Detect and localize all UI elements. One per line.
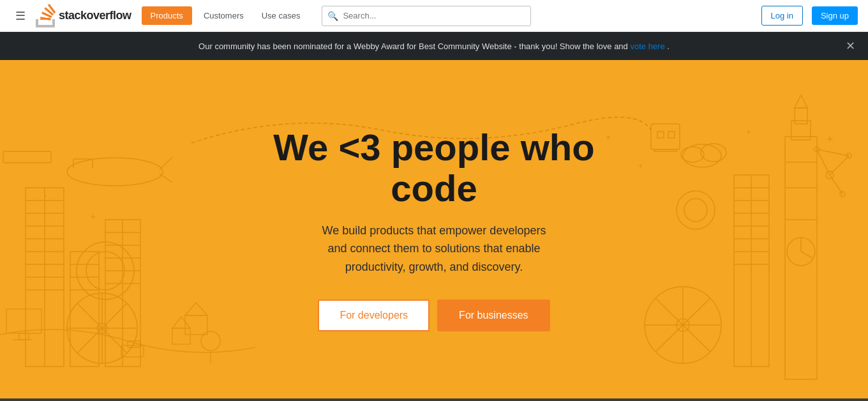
svg-line-60: [655, 298, 710, 352]
svg-point-21: [67, 293, 137, 363]
svg-point-61: [826, 171, 834, 179]
svg-rect-37: [791, 121, 811, 140]
svg-point-63: [814, 147, 819, 152]
svg-point-28: [86, 252, 124, 290]
svg-point-40: [787, 238, 815, 266]
logo-text: stackoverflow: [59, 9, 131, 22]
signup-button[interactable]: Sign up: [812, 6, 858, 25]
svg-point-62: [846, 153, 851, 158]
svg-rect-78: [121, 345, 144, 357]
svg-line-68: [817, 149, 849, 156]
products-button[interactable]: Products: [142, 6, 192, 25]
svg-text:*: *: [747, 128, 751, 139]
svg-point-73: [683, 144, 721, 167]
svg-point-75: [681, 147, 704, 162]
svg-point-74: [701, 144, 726, 162]
announcement-close-button[interactable]: ✕: [846, 39, 855, 53]
svg-rect-14: [105, 220, 140, 367]
svg-rect-46: [734, 175, 769, 367]
svg-rect-71: [668, 132, 675, 138]
search-container: 🔍: [322, 6, 531, 26]
svg-rect-80: [185, 315, 207, 335]
svg-rect-79: [128, 341, 140, 347]
svg-line-59: [655, 298, 710, 352]
announcement-banner: Our community has been nominated for a W…: [0, 32, 868, 60]
hamburger-icon[interactable]: ☰: [10, 6, 31, 26]
svg-line-67: [830, 175, 842, 194]
svg-line-25: [77, 303, 127, 353]
logo-icon: [36, 4, 56, 27]
svg-point-64: [840, 192, 845, 197]
svg-line-33: [160, 157, 172, 170]
svg-text:*: *: [606, 134, 610, 145]
svg-line-42: [801, 252, 812, 258]
svg-point-77: [684, 199, 707, 222]
svg-text:+: +: [91, 211, 96, 222]
svg-point-55: [645, 287, 721, 363]
vote-here-link[interactable]: vote here: [630, 42, 664, 51]
svg-text:•: •: [45, 193, 47, 199]
hero-section: + * • + + * We <3 people who code We bui…: [0, 60, 868, 398]
search-input[interactable]: [322, 6, 531, 26]
cookie-banner: By using our site, you acknowledge that …: [0, 398, 868, 401]
svg-rect-10: [70, 252, 99, 367]
svg-rect-69: [651, 124, 680, 149]
navbar: ☰ stackoverflow Products Customers Use c…: [0, 0, 868, 32]
svg-marker-81: [185, 303, 207, 315]
svg-point-84: [201, 331, 220, 351]
hero-title: We <3 people who code: [268, 127, 600, 209]
use-cases-nav-link[interactable]: Use cases: [255, 11, 307, 20]
svg-marker-83: [172, 317, 190, 328]
announcement-text: Our community has been nominated for a W…: [198, 42, 670, 51]
hero-subtitle: We build products that empower developer…: [268, 222, 600, 276]
svg-line-66: [817, 149, 830, 175]
for-developers-button[interactable]: For developers: [318, 299, 430, 331]
svg-point-29: [67, 158, 163, 186]
svg-marker-39: [795, 95, 807, 108]
svg-text:+: +: [827, 133, 834, 146]
login-button[interactable]: Log in: [761, 6, 803, 26]
svg-rect-82: [172, 328, 190, 344]
svg-line-65: [830, 156, 849, 175]
svg-point-56: [677, 319, 689, 331]
svg-line-26: [77, 303, 127, 353]
svg-point-76: [677, 191, 715, 229]
svg-text:+: +: [638, 162, 643, 170]
svg-rect-35: [3, 151, 51, 163]
site-logo[interactable]: stackoverflow: [36, 4, 131, 27]
svg-rect-36: [785, 137, 817, 379]
svg-rect-86: [6, 309, 41, 333]
search-icon: 🔍: [327, 11, 338, 21]
for-businesses-button[interactable]: For businesses: [437, 299, 550, 331]
svg-line-34: [160, 174, 172, 183]
svg-rect-72: [654, 149, 677, 151]
svg-point-27: [77, 242, 134, 299]
customers-nav-link[interactable]: Customers: [197, 11, 250, 20]
svg-rect-0: [26, 188, 64, 367]
svg-rect-70: [657, 132, 664, 138]
svg-rect-87: [19, 333, 29, 340]
hero-cta-buttons: For developers For businesses: [268, 299, 600, 331]
hero-content: We <3 people who code We build products …: [268, 127, 600, 331]
svg-rect-38: [795, 108, 807, 124]
svg-point-22: [97, 323, 107, 333]
